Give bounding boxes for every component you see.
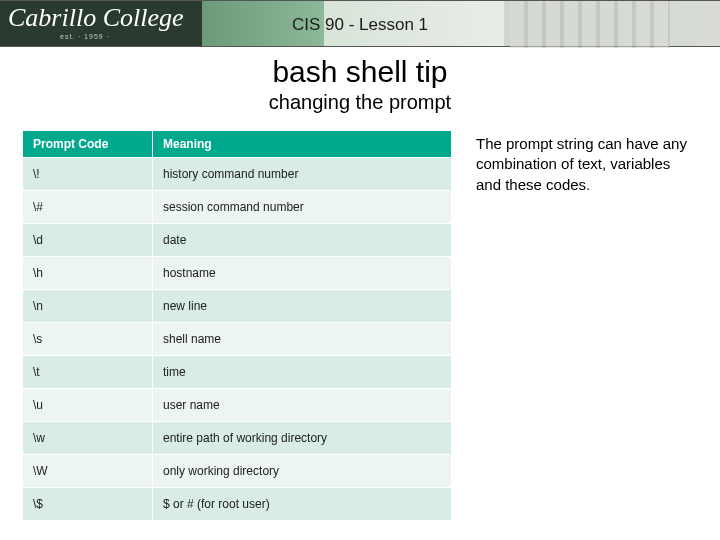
table-row: \#session command number xyxy=(23,191,452,224)
table-row: \hhostname xyxy=(23,257,452,290)
prompt-meaning-cell: time xyxy=(153,356,452,389)
col-header-meaning: Meaning xyxy=(153,131,452,158)
prompt-code-cell: \h xyxy=(23,257,153,290)
prompt-code-cell: \n xyxy=(23,290,153,323)
prompt-meaning-cell: date xyxy=(153,224,452,257)
prompt-code-cell: \d xyxy=(23,224,153,257)
course-title: CIS 90 - Lesson 1 xyxy=(292,15,428,35)
prompt-meaning-cell: history command number xyxy=(153,158,452,191)
table-row: \nnew line xyxy=(23,290,452,323)
college-est: est. · 1959 · xyxy=(60,33,110,40)
slide-subtitle: changing the prompt xyxy=(0,91,720,114)
prompt-codes-table: Prompt Code Meaning \!history command nu… xyxy=(22,130,452,521)
prompt-table-wrap: Prompt Code Meaning \!history command nu… xyxy=(22,130,452,521)
prompt-meaning-cell: entire path of working directory xyxy=(153,422,452,455)
table-row: \ttime xyxy=(23,356,452,389)
table-row: \!history command number xyxy=(23,158,452,191)
prompt-code-cell: \t xyxy=(23,356,153,389)
table-row: \ddate xyxy=(23,224,452,257)
col-header-code: Prompt Code xyxy=(23,131,153,158)
prompt-meaning-cell: new line xyxy=(153,290,452,323)
prompt-meaning-cell: hostname xyxy=(153,257,452,290)
table-row: \sshell name xyxy=(23,323,452,356)
header-banner: Cabrillo College est. · 1959 · CIS 90 - … xyxy=(0,0,720,47)
content-area: Prompt Code Meaning \!history command nu… xyxy=(0,130,720,521)
prompt-meaning-cell: session command number xyxy=(153,191,452,224)
prompt-code-cell: \w xyxy=(23,422,153,455)
college-logo: Cabrillo College xyxy=(8,5,184,31)
prompt-code-cell: \$ xyxy=(23,488,153,521)
slide-title: bash shell tip xyxy=(0,55,720,89)
prompt-code-cell: \W xyxy=(23,455,153,488)
prompt-code-cell: \u xyxy=(23,389,153,422)
prompt-meaning-cell: only working directory xyxy=(153,455,452,488)
prompt-code-cell: \s xyxy=(23,323,153,356)
banner-columns-graphic xyxy=(510,1,670,48)
table-row: \Wonly working directory xyxy=(23,455,452,488)
prompt-meaning-cell: shell name xyxy=(153,323,452,356)
table-row: \$$ or # (for root user) xyxy=(23,488,452,521)
table-row: \uuser name xyxy=(23,389,452,422)
side-note: The prompt string can have any combinati… xyxy=(476,130,698,521)
prompt-code-cell: \# xyxy=(23,191,153,224)
prompt-code-cell: \! xyxy=(23,158,153,191)
prompt-meaning-cell: $ or # (for root user) xyxy=(153,488,452,521)
table-row: \wentire path of working directory xyxy=(23,422,452,455)
prompt-meaning-cell: user name xyxy=(153,389,452,422)
